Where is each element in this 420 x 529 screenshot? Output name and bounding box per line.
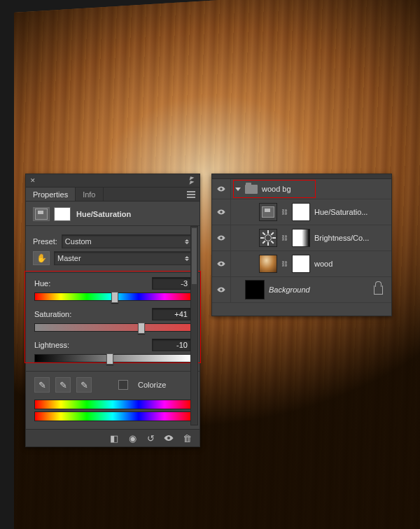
layer-thumb[interactable] (259, 255, 277, 273)
close-icon[interactable]: ✕ (30, 177, 36, 184)
hue-slider-knob[interactable] (111, 292, 118, 303)
link-icon[interactable]: ⛓ (281, 207, 288, 217)
reset-icon[interactable]: ↺ (145, 432, 156, 444)
colorize-checkbox[interactable] (118, 380, 128, 390)
adjustment-thumb[interactable] (259, 203, 277, 221)
panel-tabs: Properties Info (26, 188, 200, 202)
adjustment-icon[interactable] (33, 207, 50, 221)
preset-label: Preset: (33, 237, 57, 246)
collapse-icon[interactable] (187, 177, 197, 184)
layer-row-brightness-contrast[interactable]: ⛓ Brightness/Co... (212, 225, 391, 251)
layer-row-hue-saturation[interactable]: ⛓ Hue/Saturatio... (212, 199, 391, 225)
layer-name[interactable]: Brightness/Co... (314, 234, 369, 242)
saturation-slider-knob[interactable] (138, 323, 145, 334)
visibility-toggle[interactable] (212, 179, 231, 199)
tab-properties[interactable]: Properties (26, 188, 76, 201)
eyedropper-minus-icon[interactable]: ✎ (76, 377, 92, 393)
layer-mask-thumb[interactable] (292, 203, 310, 221)
view-previous-icon[interactable]: ◉ (127, 432, 138, 444)
layers-panel-header[interactable] (212, 174, 391, 179)
visibility-toggle[interactable] (212, 225, 231, 251)
targeted-adjust-icon[interactable]: ✋ (33, 251, 50, 265)
panel-menu-icon[interactable] (183, 188, 200, 201)
layer-name[interactable]: Background (269, 285, 310, 294)
scrollbar-thumb[interactable] (192, 228, 197, 284)
lightness-value-input[interactable]: -10 (152, 339, 191, 351)
mask-icon[interactable] (54, 207, 71, 221)
tab-info[interactable]: Info (76, 188, 103, 201)
layer-mask-thumb[interactable] (292, 255, 310, 273)
hue-value-input[interactable]: -3 (152, 277, 191, 290)
hue-slider[interactable] (34, 292, 191, 301)
layer-name[interactable]: Hue/Saturatio... (314, 208, 368, 216)
link-icon[interactable]: ⛓ (281, 233, 288, 243)
lightness-label: Lightness: (34, 341, 69, 349)
panel-scrollbar[interactable] (190, 226, 198, 425)
clip-to-layer-icon[interactable]: ◧ (108, 432, 120, 444)
saturation-label: Saturation: (34, 310, 71, 318)
panel-drag-handle[interactable]: ✕ (26, 174, 200, 188)
colorize-label: Colorize (138, 381, 166, 389)
adjustment-thumb[interactable] (259, 229, 277, 247)
preset-select[interactable]: Custom (62, 234, 192, 248)
lightness-slider[interactable] (34, 354, 191, 362)
layer-thumb[interactable] (245, 280, 265, 299)
panel-bottom-bar: ◧ ◉ ↺ 🗑 (26, 429, 200, 446)
eyedropper-icon[interactable]: ✎ (34, 377, 50, 393)
chevron-down-icon[interactable] (235, 188, 241, 191)
delete-icon[interactable]: 🗑 (181, 432, 192, 444)
adjustment-title: Hue/Saturation (76, 210, 131, 218)
eyedropper-plus-icon[interactable]: ✎ (55, 377, 71, 393)
saturation-value-input[interactable]: +41 (152, 308, 191, 320)
visibility-toggle[interactable] (212, 251, 231, 276)
layer-group-name[interactable]: wood bg (262, 185, 291, 193)
layer-row-background[interactable]: Background (212, 277, 391, 303)
layers-panel: wood bg ⛓ Hue/Saturatio... (211, 174, 392, 316)
hue-strip-top (34, 400, 191, 409)
properties-panel: ✕ Properties Info Hue/Saturation Preset:… (25, 174, 200, 447)
brightness-icon (261, 231, 275, 245)
lock-icon[interactable] (374, 285, 383, 295)
hue-label: Hue: (34, 279, 50, 288)
hue-strip-bottom (34, 411, 191, 421)
saturation-slider[interactable] (34, 323, 191, 332)
layer-group-row[interactable]: wood bg (212, 179, 391, 199)
visibility-icon[interactable] (163, 432, 174, 444)
layer-mask-thumb[interactable] (292, 229, 310, 247)
layer-name[interactable]: wood (314, 260, 332, 268)
link-icon[interactable]: ⛓ (281, 259, 288, 269)
visibility-toggle[interactable] (212, 199, 231, 225)
layer-row-wood[interactable]: ⛓ wood (212, 251, 391, 277)
visibility-toggle[interactable] (212, 277, 231, 302)
folder-icon (245, 185, 258, 194)
channel-select[interactable]: Master (54, 251, 192, 265)
lightness-slider-knob[interactable] (106, 353, 113, 365)
